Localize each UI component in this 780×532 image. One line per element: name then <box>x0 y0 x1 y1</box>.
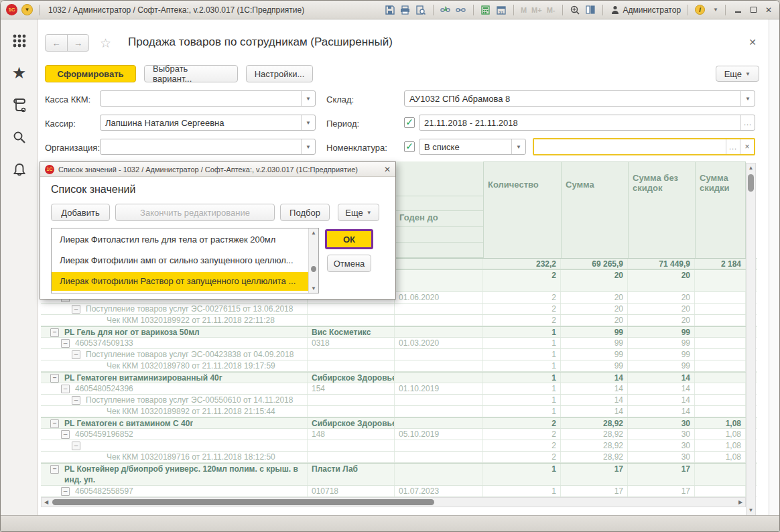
kassa-field[interactable]: ▼ <box>100 90 316 107</box>
calculator-icon[interactable] <box>480 5 491 15</box>
minimize-button[interactable] <box>732 5 743 15</box>
memory-m-button[interactable]: M <box>521 6 527 14</box>
dropdown-icon[interactable]: ▼ <box>740 91 755 106</box>
collapse-icon[interactable]: – <box>72 305 80 314</box>
apps-grid-icon[interactable] <box>11 33 27 49</box>
column-header-goden-do[interactable]: Годен до <box>395 211 483 227</box>
list-item[interactable]: Лиерак Фитофилин Раствор от запущенного … <box>52 272 308 291</box>
scroll-left-icon[interactable]: ◀ <box>42 499 51 505</box>
nomen-condition-select[interactable]: В списке▼ <box>419 139 526 155</box>
column-header-qty[interactable]: Количество <box>483 161 561 258</box>
form-scroll-rail[interactable] <box>769 19 779 515</box>
ellipsis-button[interactable]: ... <box>740 115 755 130</box>
go-link-icon[interactable] <box>456 5 466 15</box>
collapse-icon[interactable]: – <box>50 328 59 337</box>
split-view-icon[interactable] <box>585 5 596 15</box>
column-header-sum-disc[interactable]: Сумма скидки <box>695 161 746 258</box>
generate-button[interactable]: Сформировать <box>45 65 136 82</box>
calendar-icon[interactable]: 31 <box>496 5 507 15</box>
list-scrollbar[interactable]: ▲ ▼ <box>308 228 318 293</box>
dialog-close-icon[interactable]: ✕ <box>384 165 391 174</box>
table-row[interactable]: Чек ККМ 10320189780 от 21.11.2018 19:17:… <box>41 360 757 372</box>
collapse-icon[interactable]: – <box>61 339 70 348</box>
table-row[interactable]: –Поступление товаров услуг ЭС-00276115 о… <box>41 304 757 315</box>
table-row[interactable]: –460545919685214805.10.2019228,92301,08 <box>41 429 757 440</box>
collapse-icon[interactable]: – <box>72 396 80 405</box>
print-icon[interactable] <box>400 5 411 15</box>
org-field[interactable]: ▼ <box>100 139 316 155</box>
dropdown-icon[interactable]: ▼ <box>301 91 315 106</box>
current-user[interactable]: Администратор <box>610 5 681 15</box>
back-button[interactable]: ← <box>46 35 67 51</box>
collapse-icon[interactable]: – <box>72 350 80 359</box>
get-link-icon[interactable] <box>440 5 451 15</box>
choose-variant-button[interactable]: Выбрать вариант... <box>144 65 238 82</box>
favorite-star-icon[interactable]: ☆ <box>100 36 111 51</box>
sklad-field[interactable]: АУ1032 СПб Абрамова 8▼ <box>404 90 755 107</box>
finish-editing-button[interactable]: Закончить редактирование <box>115 204 275 221</box>
column-header-sum[interactable]: Сумма <box>561 161 628 258</box>
collapse-icon[interactable]: – <box>50 419 59 428</box>
table-row[interactable]: Чек ККМ 10320189892 от 21.11.2018 21:15:… <box>41 406 757 417</box>
collapse-icon[interactable]: – <box>61 430 70 439</box>
settings-button[interactable]: Настройки... <box>246 65 313 82</box>
main-menu-button[interactable]: ▼ <box>21 4 33 15</box>
memory-m-minus-button[interactable]: M- <box>547 6 556 14</box>
column-header-sum-no-disc[interactable]: Сумма без скидок <box>628 161 695 258</box>
table-row[interactable]: –228,92301,08 <box>41 440 757 452</box>
nomen-checkbox[interactable]: ✓ <box>404 141 415 152</box>
table-row[interactable]: –PL Гематоген с витамином С 40гСибирское… <box>41 417 757 429</box>
chevron-down-icon[interactable]: ▼ <box>713 7 718 13</box>
clear-icon[interactable]: × <box>740 139 754 154</box>
ellipsis-button[interactable]: ... <box>726 139 740 154</box>
scroll-down-icon[interactable]: ▼ <box>309 284 318 293</box>
list-item[interactable]: Лиерак Фитоластил гель для тела от растя… <box>52 230 308 249</box>
collapse-icon[interactable]: – <box>50 374 59 383</box>
dropdown-icon[interactable]: ▼ <box>301 139 315 154</box>
collapse-icon[interactable]: – <box>61 385 70 393</box>
scroll-right-icon[interactable]: ▶ <box>736 499 745 505</box>
period-checkbox[interactable]: ✓ <box>404 117 415 128</box>
dropdown-icon[interactable]: ▼ <box>301 115 315 130</box>
close-button[interactable]: ✕ <box>763 5 774 15</box>
add-button[interactable]: Добавить <box>51 204 110 221</box>
cancel-button[interactable]: Отмена <box>327 255 371 272</box>
table-row[interactable]: –460548052439615401.10.201911414 <box>41 383 757 395</box>
nomen-value-field[interactable]: ... × <box>533 138 755 155</box>
table-row[interactable]: –PL Контейнер д/биопроб универс. 120мл п… <box>41 463 757 486</box>
collapse-icon[interactable]: – <box>61 487 70 496</box>
zoom-icon[interactable] <box>570 5 580 15</box>
table-row[interactable]: –4605374509133031801.03.202019999 <box>41 338 757 349</box>
ok-button[interactable]: ОК <box>325 229 373 249</box>
table-row[interactable]: –PL Гематоген витаминизированный 40гСиби… <box>41 372 757 383</box>
horizontal-scrollbar[interactable]: ◀ ▶ <box>41 497 746 507</box>
history-icon[interactable] <box>11 97 27 113</box>
collapse-icon[interactable]: – <box>50 465 59 474</box>
table-row[interactable]: Чек ККМ 10320189716 от 21.11.2018 18:12:… <box>41 452 757 463</box>
form-close-icon[interactable]: ✕ <box>749 37 757 48</box>
form-more-button[interactable]: Еще▼ <box>716 66 759 82</box>
table-row[interactable]: –Поступление товаров услуг ЭС-00423838 о… <box>41 349 757 360</box>
scroll-up-icon[interactable]: ▲ <box>309 228 318 237</box>
scrollbar-thumb[interactable] <box>52 499 434 505</box>
list-item[interactable]: Лиерак Фитофилин амп от сильно запущенно… <box>52 251 308 270</box>
scroll-down-icon[interactable]: ▼ <box>746 506 755 515</box>
dialog-more-button[interactable]: Еще▼ <box>338 204 379 221</box>
table-row[interactable]: –PL Гель для ног от варикоза 50млВис Кос… <box>41 326 757 338</box>
collapse-icon[interactable]: – <box>72 442 80 450</box>
memory-m-plus-button[interactable]: M+ <box>531 6 542 14</box>
save-icon[interactable] <box>385 5 395 15</box>
kassir-field[interactable]: Лапшина Наталия Сергеевна▼ <box>100 115 316 131</box>
search-icon[interactable] <box>11 129 27 145</box>
table-row[interactable]: Чек ККМ 10320189922 от 21.11.2018 22:11:… <box>41 315 757 326</box>
pick-button[interactable]: Подбор <box>280 204 330 221</box>
print-preview-icon[interactable] <box>415 5 426 15</box>
scrollbar-thumb[interactable] <box>311 266 316 272</box>
maximize-button[interactable] <box>748 5 759 15</box>
period-field[interactable]: 21.11.2018 - 21.11.2018... <box>419 115 755 131</box>
table-row[interactable]: –Поступление товаров услуг ЭС-00550610 о… <box>41 395 757 406</box>
notifications-bell-icon[interactable] <box>11 161 27 178</box>
scroll-up-icon[interactable]: ▲ <box>746 163 755 173</box>
favorites-star-icon[interactable]: ★ <box>11 65 27 81</box>
scrollbar-thumb[interactable] <box>748 174 754 192</box>
